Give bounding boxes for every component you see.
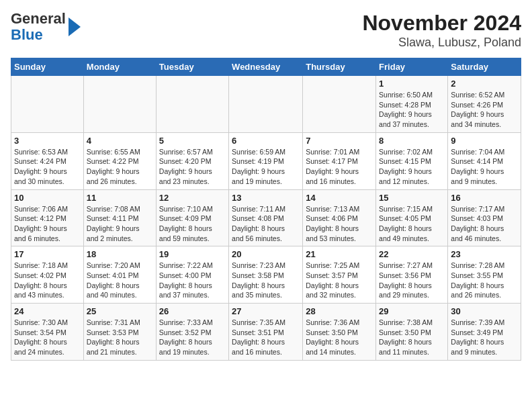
- calendar-cell: 3Sunrise: 6:53 AM Sunset: 4:24 PM Daylig…: [11, 132, 84, 189]
- day-number: 3: [14, 136, 81, 146]
- calendar-week-row: 24Sunrise: 7:30 AM Sunset: 3:54 PM Dayli…: [11, 304, 521, 361]
- day-info: Sunrise: 7:28 AM Sunset: 3:55 PM Dayligh…: [451, 261, 518, 300]
- day-number: 11: [87, 193, 153, 203]
- title-block: November 2024 Slawa, Lubusz, Poland: [362, 11, 521, 50]
- logo-general: General: [11, 10, 66, 27]
- column-header-tuesday: Tuesday: [156, 58, 228, 76]
- calendar-cell: [156, 76, 228, 133]
- calendar-cell: 29Sunrise: 7:38 AM Sunset: 3:50 PM Dayli…: [376, 304, 448, 361]
- calendar-cell: 24Sunrise: 7:30 AM Sunset: 3:54 PM Dayli…: [11, 304, 84, 361]
- day-info: Sunrise: 7:31 AM Sunset: 3:53 PM Dayligh…: [87, 318, 153, 357]
- calendar-cell: 14Sunrise: 7:13 AM Sunset: 4:06 PM Dayli…: [303, 189, 376, 246]
- day-info: Sunrise: 7:10 AM Sunset: 4:09 PM Dayligh…: [159, 204, 226, 244]
- day-number: 13: [232, 193, 300, 203]
- day-info: Sunrise: 7:15 AM Sunset: 4:05 PM Dayligh…: [379, 204, 445, 244]
- calendar-cell: 25Sunrise: 7:31 AM Sunset: 3:53 PM Dayli…: [83, 304, 156, 361]
- day-info: Sunrise: 7:39 AM Sunset: 3:49 PM Dayligh…: [451, 318, 518, 357]
- day-info: Sunrise: 7:04 AM Sunset: 4:14 PM Dayligh…: [451, 147, 518, 187]
- calendar-cell: 5Sunrise: 6:57 AM Sunset: 4:20 PM Daylig…: [156, 132, 228, 189]
- calendar-cell: 22Sunrise: 7:27 AM Sunset: 3:56 PM Dayli…: [376, 246, 448, 304]
- day-number: 8: [379, 136, 445, 146]
- day-number: 20: [232, 249, 300, 259]
- calendar-cell: 10Sunrise: 7:06 AM Sunset: 4:12 PM Dayli…: [11, 189, 84, 246]
- day-info: Sunrise: 7:01 AM Sunset: 4:17 PM Dayligh…: [306, 147, 373, 187]
- day-info: Sunrise: 7:27 AM Sunset: 3:56 PM Dayligh…: [379, 261, 445, 300]
- day-info: Sunrise: 6:55 AM Sunset: 4:22 PM Dayligh…: [87, 147, 153, 187]
- calendar-week-row: 17Sunrise: 7:18 AM Sunset: 4:02 PM Dayli…: [11, 246, 521, 304]
- day-info: Sunrise: 7:13 AM Sunset: 4:06 PM Dayligh…: [306, 204, 373, 244]
- calendar-cell: 6Sunrise: 6:59 AM Sunset: 4:19 PM Daylig…: [229, 132, 303, 189]
- calendar-cell: [11, 76, 84, 133]
- day-number: 22: [379, 249, 445, 259]
- calendar-cell: 28Sunrise: 7:36 AM Sunset: 3:50 PM Dayli…: [303, 304, 376, 361]
- calendar-cell: 17Sunrise: 7:18 AM Sunset: 4:02 PM Dayli…: [11, 246, 84, 304]
- day-info: Sunrise: 7:25 AM Sunset: 3:57 PM Dayligh…: [306, 261, 373, 300]
- day-info: Sunrise: 6:52 AM Sunset: 4:26 PM Dayligh…: [451, 90, 518, 130]
- calendar-week-row: 1Sunrise: 6:50 AM Sunset: 4:28 PM Daylig…: [11, 76, 521, 133]
- day-number: 14: [306, 193, 373, 203]
- day-info: Sunrise: 7:06 AM Sunset: 4:12 PM Dayligh…: [14, 204, 81, 244]
- calendar-cell: 26Sunrise: 7:33 AM Sunset: 3:52 PM Dayli…: [156, 304, 228, 361]
- day-number: 30: [451, 306, 518, 316]
- day-number: 5: [159, 136, 226, 146]
- calendar-cell: 12Sunrise: 7:10 AM Sunset: 4:09 PM Dayli…: [156, 189, 228, 246]
- day-number: 23: [451, 249, 518, 259]
- calendar-header-row: SundayMondayTuesdayWednesdayThursdayFrid…: [11, 58, 521, 76]
- day-number: 12: [159, 193, 226, 203]
- day-number: 4: [87, 136, 153, 146]
- calendar-cell: 18Sunrise: 7:20 AM Sunset: 4:01 PM Dayli…: [83, 246, 156, 304]
- day-info: Sunrise: 7:23 AM Sunset: 3:58 PM Dayligh…: [232, 261, 300, 300]
- day-info: Sunrise: 7:36 AM Sunset: 3:50 PM Dayligh…: [306, 318, 373, 357]
- day-number: 9: [451, 136, 518, 146]
- day-info: Sunrise: 7:18 AM Sunset: 4:02 PM Dayligh…: [14, 261, 81, 300]
- day-info: Sunrise: 6:50 AM Sunset: 4:28 PM Dayligh…: [379, 90, 445, 130]
- day-number: 26: [159, 306, 226, 316]
- day-info: Sunrise: 7:35 AM Sunset: 3:51 PM Dayligh…: [232, 318, 300, 357]
- day-info: Sunrise: 7:20 AM Sunset: 4:01 PM Dayligh…: [87, 261, 153, 300]
- calendar-cell: 16Sunrise: 7:17 AM Sunset: 4:03 PM Dayli…: [448, 189, 521, 246]
- day-info: Sunrise: 7:08 AM Sunset: 4:11 PM Dayligh…: [87, 204, 153, 244]
- page-header: General Blue November 2024 Slawa, Lubusz…: [11, 11, 521, 50]
- day-info: Sunrise: 7:33 AM Sunset: 3:52 PM Dayligh…: [159, 318, 226, 357]
- logo: General Blue: [11, 11, 81, 43]
- calendar-cell: 4Sunrise: 6:55 AM Sunset: 4:22 PM Daylig…: [83, 132, 156, 189]
- day-info: Sunrise: 7:38 AM Sunset: 3:50 PM Dayligh…: [379, 318, 445, 357]
- calendar-table: SundayMondayTuesdayWednesdayThursdayFrid…: [11, 58, 521, 361]
- calendar-week-row: 3Sunrise: 6:53 AM Sunset: 4:24 PM Daylig…: [11, 132, 521, 189]
- day-number: 1: [379, 79, 445, 89]
- day-info: Sunrise: 6:57 AM Sunset: 4:20 PM Dayligh…: [159, 147, 226, 187]
- calendar-cell: 2Sunrise: 6:52 AM Sunset: 4:26 PM Daylig…: [448, 76, 521, 133]
- calendar-cell: [303, 76, 376, 133]
- calendar-cell: 23Sunrise: 7:28 AM Sunset: 3:55 PM Dayli…: [448, 246, 521, 304]
- logo-blue: Blue: [11, 26, 43, 43]
- column-header-wednesday: Wednesday: [229, 58, 303, 76]
- day-info: Sunrise: 6:53 AM Sunset: 4:24 PM Dayligh…: [14, 147, 81, 187]
- day-number: 17: [14, 249, 81, 259]
- day-number: 6: [232, 136, 300, 146]
- calendar-cell: 9Sunrise: 7:04 AM Sunset: 4:14 PM Daylig…: [448, 132, 521, 189]
- calendar-cell: 19Sunrise: 7:22 AM Sunset: 4:00 PM Dayli…: [156, 246, 228, 304]
- day-number: 2: [451, 79, 518, 89]
- day-number: 15: [379, 193, 445, 203]
- calendar-cell: 27Sunrise: 7:35 AM Sunset: 3:51 PM Dayli…: [229, 304, 303, 361]
- calendar-cell: 21Sunrise: 7:25 AM Sunset: 3:57 PM Dayli…: [303, 246, 376, 304]
- day-info: Sunrise: 7:02 AM Sunset: 4:15 PM Dayligh…: [379, 147, 445, 187]
- day-number: 7: [306, 136, 373, 146]
- calendar-cell: 20Sunrise: 7:23 AM Sunset: 3:58 PM Dayli…: [229, 246, 303, 304]
- day-number: 29: [379, 306, 445, 316]
- day-number: 18: [87, 249, 153, 259]
- column-header-friday: Friday: [376, 58, 448, 76]
- day-number: 27: [232, 306, 300, 316]
- day-number: 24: [14, 306, 81, 316]
- calendar-cell: [229, 76, 303, 133]
- column-header-thursday: Thursday: [303, 58, 376, 76]
- logo-arrow-icon: [69, 17, 81, 36]
- day-info: Sunrise: 7:11 AM Sunset: 4:08 PM Dayligh…: [232, 204, 300, 244]
- day-info: Sunrise: 6:59 AM Sunset: 4:19 PM Dayligh…: [232, 147, 300, 187]
- column-header-saturday: Saturday: [448, 58, 521, 76]
- day-number: 21: [306, 249, 373, 259]
- calendar-cell: 11Sunrise: 7:08 AM Sunset: 4:11 PM Dayli…: [83, 189, 156, 246]
- calendar-cell: 7Sunrise: 7:01 AM Sunset: 4:17 PM Daylig…: [303, 132, 376, 189]
- calendar-cell: 30Sunrise: 7:39 AM Sunset: 3:49 PM Dayli…: [448, 304, 521, 361]
- calendar-week-row: 10Sunrise: 7:06 AM Sunset: 4:12 PM Dayli…: [11, 189, 521, 246]
